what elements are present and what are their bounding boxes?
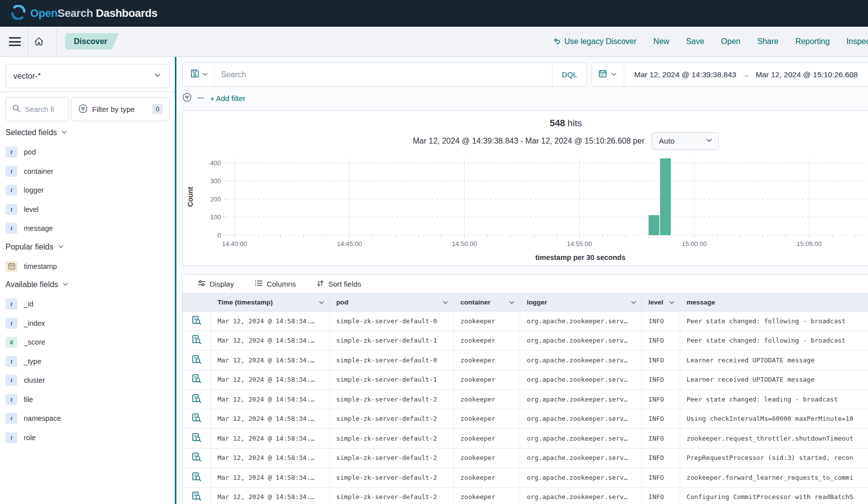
cell-logger: org.apache.zookeeper.serv… (520, 409, 642, 429)
index-pattern-select[interactable]: vector-* (5, 64, 169, 88)
column-header-level[interactable]: level (642, 294, 680, 311)
field-name: _type (24, 357, 41, 365)
nav-action-reporting[interactable]: Reporting (795, 37, 829, 46)
nav-action-use-legacy-discover[interactable]: Use legacy Discover (553, 37, 637, 47)
cell-message: Learner received UPTODATE message (680, 351, 868, 370)
nav-action-inspect[interactable]: Inspect (847, 37, 868, 46)
column-header-message[interactable]: message (680, 294, 868, 311)
column-header-pod[interactable]: pod (330, 294, 454, 311)
field-item--type[interactable]: t_type (5, 352, 169, 371)
nav-action-save[interactable]: Save (686, 37, 704, 46)
filter-by-type-button[interactable]: Filter by type 0 (71, 97, 169, 121)
chevron-down-icon[interactable] (669, 300, 675, 307)
expand-document-icon[interactable] (191, 412, 202, 425)
query-language-button[interactable]: DQL (552, 63, 587, 86)
chevron-down-icon (58, 243, 64, 252)
chevron-down-icon[interactable] (442, 300, 448, 307)
date-from[interactable]: Mar 12, 2024 @ 14:39:38.843 (634, 70, 736, 79)
table-row[interactable]: Mar 12, 2024 @ 14:58:34.…simple-zk-serve… (183, 449, 868, 468)
field-item-namespace[interactable]: tnamespace (5, 409, 169, 428)
chevron-down-icon (202, 70, 208, 79)
cell-level: INFO (642, 449, 680, 468)
menu-icon[interactable] (9, 36, 21, 47)
table-row[interactable]: Mar 12, 2024 @ 14:58:34.…simple-zk-serve… (183, 488, 868, 504)
table-row[interactable]: Mar 12, 2024 @ 14:58:34.…simple-zk-serve… (183, 409, 868, 429)
date-to[interactable]: Mar 12, 2024 @ 15:10:26.608 (756, 70, 858, 79)
app-header: OpenSearch Dashboards (0, 0, 868, 27)
field-item-container[interactable]: tcontainer (5, 162, 169, 181)
interval-select[interactable]: Auto (651, 132, 719, 150)
expand-document-icon[interactable] (191, 471, 202, 484)
field-item-file[interactable]: tfile (5, 390, 169, 409)
field-item--index[interactable]: t_index (5, 314, 169, 333)
chevron-down-icon[interactable] (631, 300, 637, 307)
filter-options-icon[interactable] (182, 93, 192, 104)
expand-document-icon[interactable] (191, 452, 202, 464)
field-item-pod[interactable]: tpod (5, 143, 169, 162)
toolbar-sort-fields-button[interactable]: Sort fields (317, 280, 361, 289)
date-quick-select[interactable] (592, 63, 624, 86)
expand-document-icon[interactable] (191, 491, 202, 503)
section-header-selected-fields[interactable]: Selected fields (5, 125, 169, 140)
search-icon (12, 104, 20, 114)
search-input[interactable]: Search (215, 70, 552, 79)
expand-document-icon[interactable] (191, 393, 202, 405)
expand-document-icon[interactable] (191, 373, 202, 386)
field-item-logger[interactable]: tlogger (5, 181, 169, 200)
date-range-picker[interactable]: Mar 12, 2024 @ 14:39:38.843 → Mar 12, 20… (592, 62, 868, 87)
saved-query-menu[interactable] (183, 63, 215, 86)
cell-pod: simple-zk-server-default-2 (330, 429, 454, 448)
cell-level: INFO (642, 351, 680, 370)
table-row[interactable]: Mar 12, 2024 @ 14:58:34.…simple-zk-serve… (183, 390, 868, 409)
field-item-level[interactable]: tlevel (5, 200, 169, 219)
field-item-role[interactable]: trole (5, 428, 169, 448)
undo-arrow-icon (553, 37, 561, 47)
section-header-available-fields[interactable]: Available fields (5, 277, 169, 292)
search-bar[interactable]: Search DQL (182, 62, 587, 87)
table-row[interactable]: Mar 12, 2024 @ 14:58:34.…simple-zk-serve… (183, 370, 868, 390)
column-header-container[interactable]: container (454, 294, 520, 311)
cell-time: Mar 12, 2024 @ 14:58:34.… (211, 449, 330, 468)
nav-action-open[interactable]: Open (721, 37, 740, 46)
expand-document-icon[interactable] (191, 432, 202, 445)
field-item--score[interactable]: #_score (5, 333, 169, 352)
cell-message: Peer state changed: leading - broadcast (680, 390, 868, 409)
chevron-down-icon[interactable] (509, 300, 515, 307)
cell-message: PrepRequestProcessor (sid:3) started, re… (680, 449, 868, 468)
divider (198, 98, 204, 99)
toolbar-display-button[interactable]: Display (198, 279, 234, 289)
nav-action-share[interactable]: Share (757, 37, 778, 46)
cell-pod: simple-zk-server-default-2 (330, 390, 454, 409)
table-row[interactable]: Mar 12, 2024 @ 14:58:34.…simple-zk-serve… (183, 351, 868, 370)
field-item--id[interactable]: t_id (5, 295, 169, 314)
field-item-timestamp[interactable]: timestamp (5, 257, 169, 276)
chevron-down-icon (706, 137, 712, 146)
section-title: Available fields (5, 280, 58, 289)
field-search-input[interactable]: Search fi (5, 97, 69, 121)
field-item-message[interactable]: tmessage (5, 219, 169, 238)
field-name: level (24, 205, 39, 213)
svg-text:200: 200 (210, 196, 221, 203)
expand-document-icon[interactable] (191, 315, 202, 327)
nav-action-new[interactable]: New (653, 37, 669, 46)
cell-level: INFO (642, 488, 680, 504)
expand-document-icon[interactable] (191, 334, 202, 347)
histogram-chart[interactable]: 14:40:0014:45:0014:50:0014:55:0015:00:00… (183, 154, 868, 265)
section-header-popular-fields[interactable]: Popular fields (5, 240, 169, 254)
column-header-logger[interactable]: logger (520, 294, 642, 311)
chevron-down-icon (62, 280, 68, 289)
add-filter-button[interactable]: + Add filter (210, 94, 245, 102)
toolbar-columns-button[interactable]: Columns (255, 279, 296, 289)
breadcrumb[interactable]: Discover (65, 33, 119, 50)
expand-document-icon[interactable] (191, 354, 202, 366)
table-row[interactable]: Mar 12, 2024 @ 14:58:34.…simple-zk-serve… (183, 311, 868, 331)
home-icon[interactable] (34, 36, 44, 48)
field-name: _score (24, 338, 46, 346)
table-row[interactable]: Mar 12, 2024 @ 14:58:34.…simple-zk-serve… (183, 468, 868, 488)
column-header-time-timestamp-[interactable]: Time (timestamp) (211, 294, 330, 311)
table-row[interactable]: Mar 12, 2024 @ 14:58:34.…simple-zk-serve… (183, 331, 868, 351)
divider (28, 27, 28, 56)
chevron-down-icon[interactable] (319, 300, 325, 307)
field-item-cluster[interactable]: tcluster (5, 371, 169, 390)
table-row[interactable]: Mar 12, 2024 @ 14:58:34.…simple-zk-serve… (183, 429, 868, 449)
